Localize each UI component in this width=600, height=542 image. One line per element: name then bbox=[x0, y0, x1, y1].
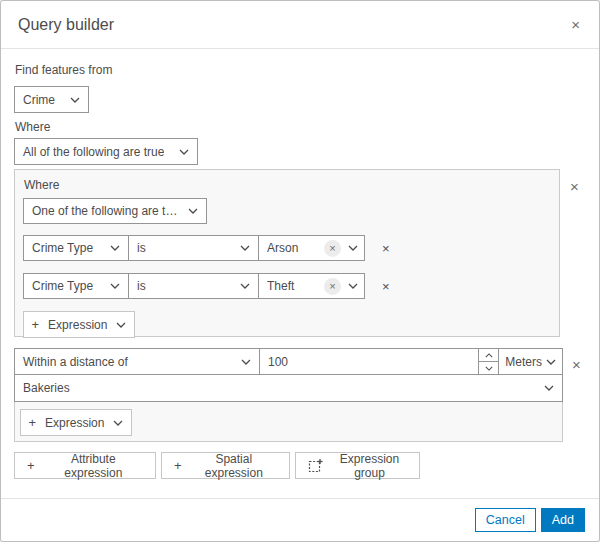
distance-field-wrap bbox=[259, 349, 478, 374]
operator-select[interactable]: is bbox=[128, 273, 259, 299]
find-features-label: Find features from bbox=[15, 63, 112, 77]
chevron-down-icon bbox=[546, 359, 556, 365]
chevron-down-icon bbox=[179, 149, 189, 155]
add-spatial-expression-button[interactable]: + Spatial expression bbox=[161, 452, 290, 479]
remove-expression-icon[interactable]: × bbox=[378, 278, 394, 295]
distance-input[interactable] bbox=[260, 349, 478, 374]
value-combobox-value: Theft bbox=[267, 279, 320, 293]
spatial-criteria-row: Within a distance of Meters bbox=[14, 348, 563, 375]
operator-select-value: is bbox=[137, 241, 146, 255]
group-operator-value: One of the following are tr… bbox=[32, 204, 180, 218]
chevron-down-icon bbox=[544, 385, 554, 391]
plus-icon: + bbox=[174, 458, 182, 473]
layer-select-value: Crime bbox=[23, 93, 55, 107]
decrement-icon[interactable] bbox=[479, 361, 498, 374]
chevron-down-icon bbox=[348, 245, 358, 251]
page-title: Query builder bbox=[18, 16, 114, 34]
chevron-down-icon bbox=[241, 359, 251, 365]
plus-icon: + bbox=[27, 458, 35, 473]
expression-row: Crime Type is Theft × × bbox=[23, 273, 551, 299]
spatial-operator-select[interactable]: Within a distance of bbox=[15, 349, 259, 374]
group-operator-select[interactable]: One of the following are tr… bbox=[23, 198, 207, 224]
add-expression-group-label: Expression group bbox=[332, 452, 407, 480]
remove-value-icon[interactable]: × bbox=[324, 240, 341, 257]
chevron-down-icon bbox=[110, 245, 120, 251]
add-button[interactable]: Add bbox=[541, 508, 585, 532]
spatial-operator-value: Within a distance of bbox=[23, 355, 128, 369]
dialog-footer: Cancel Add bbox=[1, 498, 599, 541]
add-expression-label: Expression bbox=[48, 318, 107, 332]
remove-group-icon[interactable]: × bbox=[570, 355, 583, 374]
value-combobox-value: Arson bbox=[267, 241, 320, 255]
layer-select[interactable]: Crime bbox=[14, 86, 89, 113]
attribute-expression-group: Where One of the following are tr… Crime… bbox=[14, 169, 560, 337]
logical-operator-value: All of the following are true bbox=[23, 145, 164, 159]
value-combobox[interactable]: Theft × bbox=[258, 273, 365, 299]
target-layer-select[interactable]: Bakeries bbox=[14, 375, 563, 402]
plus-icon: + bbox=[32, 317, 40, 332]
units-select-value: Meters bbox=[505, 355, 542, 369]
increment-icon[interactable] bbox=[479, 349, 498, 361]
remove-group-icon[interactable]: × bbox=[568, 177, 581, 196]
distance-stepper bbox=[478, 349, 498, 374]
query-builder-dialog: Query builder × Find features from Crime… bbox=[0, 0, 600, 542]
field-select-value: Crime Type bbox=[32, 279, 93, 293]
where-label: Where bbox=[15, 120, 50, 134]
plus-icon: + bbox=[29, 415, 37, 430]
logical-operator-select[interactable]: All of the following are true bbox=[14, 138, 198, 165]
units-select[interactable]: Meters bbox=[498, 349, 562, 374]
operator-select-value: is bbox=[137, 279, 146, 293]
group-where-label: Where bbox=[24, 178, 551, 192]
cancel-button[interactable]: Cancel bbox=[475, 508, 536, 532]
dialog-header: Query builder × bbox=[1, 1, 599, 49]
add-spatial-expression-label: Spatial expression bbox=[191, 452, 277, 480]
field-select[interactable]: Crime Type bbox=[23, 273, 129, 299]
chevron-down-icon bbox=[240, 283, 250, 289]
spatial-expression-group: Within a distance of Meters Bakeries + E… bbox=[14, 348, 563, 442]
expression-actions: + Attribute expression + Spatial express… bbox=[14, 452, 420, 479]
chevron-down-icon bbox=[116, 322, 126, 328]
add-expression-group-button[interactable]: Expression group bbox=[295, 452, 420, 479]
value-combobox[interactable]: Arson × bbox=[258, 235, 365, 261]
remove-expression-icon[interactable]: × bbox=[378, 240, 394, 257]
add-attribute-expression-button[interactable]: + Attribute expression bbox=[14, 452, 156, 479]
expression-row: Crime Type is Arson × × bbox=[23, 235, 551, 261]
chevron-down-icon bbox=[240, 245, 250, 251]
chevron-down-icon bbox=[113, 420, 123, 426]
target-layer-value: Bakeries bbox=[23, 381, 70, 395]
add-attribute-expression-label: Attribute expression bbox=[44, 452, 143, 480]
remove-value-icon[interactable]: × bbox=[324, 278, 341, 295]
chevron-down-icon bbox=[70, 97, 80, 103]
field-select[interactable]: Crime Type bbox=[23, 235, 129, 261]
add-expression-label: Expression bbox=[45, 416, 104, 430]
field-select-value: Crime Type bbox=[32, 241, 93, 255]
operator-select[interactable]: is bbox=[128, 235, 259, 261]
close-icon[interactable]: × bbox=[569, 15, 582, 34]
chevron-down-icon bbox=[188, 208, 198, 214]
expression-group-icon bbox=[308, 458, 323, 473]
chevron-down-icon bbox=[110, 283, 120, 289]
add-expression-button[interactable]: + Expression bbox=[23, 311, 135, 338]
chevron-down-icon bbox=[348, 283, 358, 289]
add-expression-button[interactable]: + Expression bbox=[20, 409, 132, 436]
